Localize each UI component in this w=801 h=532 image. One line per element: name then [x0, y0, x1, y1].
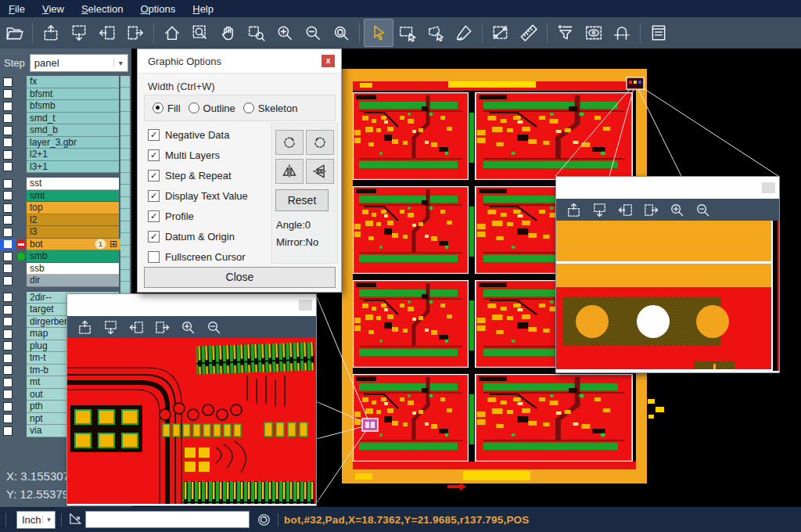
layer-indicator[interactable]	[16, 214, 27, 227]
layer-name[interactable]: sst	[27, 178, 119, 190]
rotate-cw-button[interactable]	[275, 130, 304, 155]
rotate-ccw-button[interactable]	[306, 130, 334, 155]
report-button[interactable]	[645, 20, 673, 46]
home-view-button[interactable]	[158, 20, 186, 46]
layer-row-l3[interactable]: l3	[0, 226, 119, 239]
layer-row-smb[interactable]: smb	[0, 250, 119, 263]
layer-visibility-checkbox[interactable]	[0, 401, 16, 413]
pan-down-button[interactable]	[98, 317, 124, 337]
radio-skeleton[interactable]: Skeleton	[243, 102, 298, 114]
zoom-in-button[interactable]	[271, 20, 299, 46]
layer-visibility-checkbox[interactable]	[0, 100, 16, 113]
layer-indicator[interactable]	[16, 389, 27, 401]
magnifier-window-detail[interactable]	[66, 293, 317, 506]
pan-right-button[interactable]	[121, 20, 149, 46]
snap-loop-button[interactable]	[608, 20, 636, 46]
pan-right-button[interactable]	[638, 200, 664, 220]
layer-row-smd_b[interactable]: smd_b	[0, 124, 119, 137]
layer-indicator[interactable]	[16, 316, 27, 329]
layer-visibility-checkbox[interactable]	[0, 263, 16, 275]
layer-visibility-checkbox[interactable]	[0, 76, 16, 88]
layer-visibility-checkbox[interactable]	[0, 389, 16, 401]
layer-indicator[interactable]	[16, 328, 27, 340]
layer-name[interactable]: bfsmb	[27, 100, 119, 113]
layer-indicator[interactable]	[16, 149, 27, 161]
layer-indicator[interactable]	[16, 275, 27, 287]
magnifier-content-pcb-detail[interactable]	[67, 338, 316, 504]
zoom-in-button[interactable]	[664, 200, 690, 220]
layer-visibility-checkbox[interactable]	[0, 340, 16, 353]
close-button[interactable]: Close	[144, 267, 336, 288]
window-menu-button[interactable]	[762, 182, 775, 193]
layer-indicator[interactable]	[16, 161, 27, 174]
layer-row-l3+1[interactable]: l3+1	[0, 161, 119, 174]
radio-outline[interactable]: Outline	[189, 102, 235, 114]
layer-name[interactable]: smb	[27, 250, 119, 263]
layer-row-smt[interactable]: smt	[0, 190, 119, 203]
zoom-previous-button[interactable]	[327, 20, 355, 46]
magnifier-title-bar[interactable]	[556, 177, 779, 199]
command-input[interactable]	[85, 511, 250, 528]
layer-name[interactable]: bfsmt	[27, 88, 119, 101]
zoom-object-button[interactable]	[242, 20, 271, 46]
radio-fill[interactable]: Fill	[153, 102, 181, 114]
measure-distance-button[interactable]	[487, 20, 515, 46]
layer-visibility-checkbox[interactable]	[0, 292, 16, 304]
layer-indicator[interactable]	[16, 100, 27, 113]
pan-down-button[interactable]	[65, 20, 93, 46]
layer-visibility-checkbox[interactable]	[0, 190, 16, 203]
layer-indicator[interactable]	[16, 137, 27, 149]
layer-name[interactable]: ssb	[27, 263, 119, 275]
filter-button[interactable]	[551, 20, 580, 46]
checkbox-profile[interactable]: ✓Profile	[148, 206, 273, 226]
layer-name[interactable]: layer_3.gbr	[27, 137, 119, 149]
pan-left-button[interactable]	[124, 317, 149, 337]
layer-visibility-checkbox[interactable]	[0, 226, 16, 239]
layer-indicator[interactable]	[16, 292, 27, 304]
close-icon[interactable]: x	[321, 55, 335, 67]
pan-up-button[interactable]	[72, 317, 98, 337]
layer-indicator[interactable]	[16, 376, 27, 389]
pan-down-button[interactable]	[587, 200, 612, 220]
menu-view[interactable]: View	[34, 2, 73, 16]
layer-visibility-checkbox[interactable]	[0, 304, 16, 316]
layer-visibility-checkbox[interactable]	[0, 376, 16, 389]
layer-row-bfsmt[interactable]: bfsmt	[0, 88, 119, 101]
layer-name[interactable]: smd_t	[27, 113, 119, 125]
clean-brush-button[interactable]	[450, 20, 478, 46]
layer-indicator[interactable]	[16, 239, 27, 251]
flip-horizontal-button[interactable]	[275, 159, 304, 184]
dialog-title-bar[interactable]: Graphic Options x	[138, 49, 341, 74]
layer-name[interactable]: l3	[27, 226, 119, 239]
layer-indicator[interactable]	[16, 401, 27, 413]
layer-visibility-checkbox[interactable]	[0, 239, 16, 251]
layer-visibility-checkbox[interactable]	[0, 202, 16, 214]
pan-left-button[interactable]	[612, 200, 638, 220]
checkbox-fullscreen-cursor[interactable]: Fullscreen Cursor	[148, 246, 273, 267]
layer-indicator[interactable]	[16, 76, 27, 88]
pan-hand-button[interactable]	[214, 20, 242, 46]
layer-indicator[interactable]	[16, 340, 27, 353]
layer-indicator[interactable]	[16, 365, 27, 377]
layer-visibility-checkbox[interactable]	[0, 149, 16, 161]
checkbox-multi-layers[interactable]: ✓Multi Layers	[148, 145, 273, 165]
layer-name[interactable]: fx	[27, 76, 119, 88]
layer-indicator[interactable]	[16, 425, 27, 437]
window-menu-button[interactable]	[299, 300, 312, 311]
magnifier-window-corner[interactable]	[555, 176, 780, 373]
layer-row-dir[interactable]: dir	[0, 275, 119, 287]
open-file-button[interactable]	[0, 20, 28, 46]
layer-name[interactable]: l3+1	[27, 161, 119, 174]
step-select[interactable]: panel ▾	[30, 54, 128, 72]
layer-visibility-checkbox[interactable]	[0, 316, 16, 329]
pan-up-button[interactable]	[561, 200, 587, 220]
magnifier-content-panel-corner[interactable]	[556, 221, 779, 371]
layer-visibility-checkbox[interactable]	[0, 413, 16, 426]
select-arrow-button[interactable]	[364, 19, 393, 47]
layer-visibility-checkbox[interactable]	[0, 88, 16, 101]
layer-name[interactable]: top	[27, 202, 119, 214]
layer-row-smd_t[interactable]: smd_t	[0, 113, 119, 125]
layer-name[interactable]: smt	[27, 190, 119, 203]
layer-row-l2[interactable]: l2	[0, 214, 119, 227]
grid-icon[interactable]: ⊞	[110, 239, 117, 250]
